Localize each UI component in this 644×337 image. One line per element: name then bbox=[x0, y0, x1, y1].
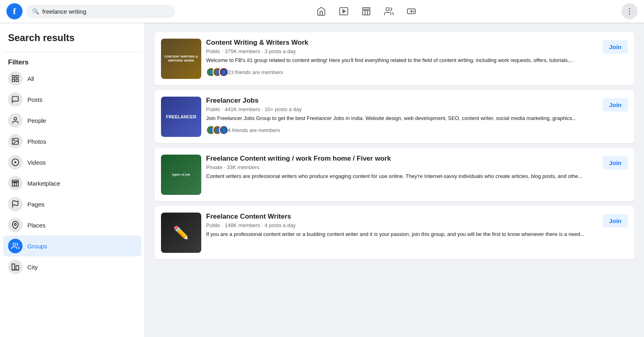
result-card: FREELANCER Freelancer Jobs Public · 441K… bbox=[155, 90, 634, 143]
sidebar-item-groups[interactable]: Groups bbox=[3, 236, 141, 256]
thumb-label: FREELANCER bbox=[164, 112, 198, 121]
location-icon bbox=[11, 221, 19, 229]
group-meta: Public · 375K members · 3 posts a day bbox=[206, 48, 598, 54]
card-body: Freelancer Jobs Public · 441K members · … bbox=[206, 97, 598, 135]
thumb-emoji: ✏️ bbox=[173, 225, 189, 240]
friends-info: 👤 👤 👤 4 friends are members bbox=[206, 125, 598, 135]
svg-rect-20 bbox=[12, 264, 15, 270]
group-description: Welcome to FB's #1 group related to cont… bbox=[206, 57, 598, 64]
svg-point-12 bbox=[14, 118, 17, 120]
friends-count: 23 friends are members bbox=[228, 69, 283, 75]
friend-avatars: 👤 👤 👤 bbox=[206, 125, 225, 135]
video-icon bbox=[339, 6, 349, 16]
result-card: ✏️ Freelance Content Writers Public · 14… bbox=[155, 206, 634, 259]
sidebar-people-label: People bbox=[27, 117, 46, 124]
sidebar-divider bbox=[3, 52, 141, 52]
more-options-button[interactable]: ⋮ bbox=[621, 3, 638, 19]
groups-filter-icon bbox=[8, 239, 23, 253]
group-description: If you are a professional content writer… bbox=[206, 231, 598, 238]
group-thumbnail: ✏️ bbox=[161, 213, 201, 253]
sidebar-item-people[interactable]: People bbox=[3, 110, 141, 131]
svg-rect-10 bbox=[12, 79, 15, 82]
result-card: CONTENT WRITING & WRITERS WORK Content W… bbox=[155, 32, 634, 85]
group-thumbnail: FREELANCER bbox=[161, 97, 201, 137]
video-nav-button[interactable] bbox=[334, 2, 353, 21]
gaming-nav-button[interactable] bbox=[402, 2, 421, 21]
thumb-label: types of job bbox=[171, 171, 192, 178]
svg-point-18 bbox=[14, 223, 17, 225]
gaming-icon bbox=[407, 6, 416, 16]
flag-icon bbox=[11, 200, 19, 208]
sidebar-videos-label: Videos bbox=[27, 159, 46, 166]
home-icon bbox=[316, 6, 326, 16]
friends-info: 👤 👤 👤 23 friends are members bbox=[206, 67, 598, 77]
sidebar-pages-label: Pages bbox=[27, 201, 45, 208]
sidebar-item-places[interactable]: Places bbox=[3, 215, 141, 236]
image-icon bbox=[11, 137, 19, 145]
sidebar: Search results Filters All Posts bbox=[0, 23, 145, 337]
svg-marker-16 bbox=[14, 161, 17, 164]
building-icon bbox=[11, 263, 19, 271]
svg-marker-1 bbox=[343, 10, 345, 13]
card-actions: Join bbox=[603, 155, 628, 170]
group-name: Freelance Content writing / work From ho… bbox=[206, 155, 598, 163]
top-navigation: f 🔍 bbox=[0, 0, 644, 23]
svg-rect-8 bbox=[12, 76, 15, 78]
person-icon bbox=[11, 116, 19, 124]
group-name: Freelancer Jobs bbox=[206, 97, 598, 105]
places-icon bbox=[8, 218, 23, 232]
store-icon bbox=[361, 6, 371, 16]
thumb-label: CONTENT WRITING & WRITERS WORK bbox=[161, 53, 201, 65]
join-button[interactable]: Join bbox=[603, 156, 628, 170]
group-name: Freelance Content Writers bbox=[206, 213, 598, 221]
grid-icon bbox=[11, 74, 19, 83]
friend-avatars: 👤 👤 👤 bbox=[206, 67, 225, 77]
sidebar-item-pages[interactable]: Pages bbox=[3, 194, 141, 215]
svg-point-2 bbox=[386, 8, 389, 11]
card-body: Freelance Content Writers Public · 148K … bbox=[206, 213, 598, 241]
sidebar-item-all[interactable]: All bbox=[3, 68, 141, 89]
groups-nav-button[interactable] bbox=[379, 2, 398, 21]
join-button[interactable]: Join bbox=[603, 98, 628, 112]
card-actions: Join bbox=[603, 213, 628, 227]
svg-point-6 bbox=[414, 11, 414, 11]
nav-left: f 🔍 bbox=[6, 3, 175, 19]
sidebar-item-marketplace[interactable]: Marketplace bbox=[3, 173, 141, 194]
group-meta: Public · 441K members · 10+ posts a day bbox=[206, 106, 598, 112]
group-description: Content writers are professional writers… bbox=[206, 173, 598, 180]
card-body: Freelance Content writing / work From ho… bbox=[206, 155, 598, 183]
svg-point-19 bbox=[13, 243, 16, 246]
video-play-icon bbox=[11, 158, 19, 166]
svg-rect-11 bbox=[16, 79, 19, 82]
sidebar-item-photos[interactable]: Photos bbox=[3, 131, 141, 152]
marketplace-icon bbox=[8, 176, 23, 190]
sidebar-item-city[interactable]: City bbox=[3, 256, 141, 277]
videos-icon bbox=[8, 155, 23, 170]
sidebar-item-videos[interactable]: Videos bbox=[3, 152, 141, 173]
home-nav-button[interactable] bbox=[312, 2, 331, 21]
sidebar-city-label: City bbox=[27, 264, 38, 271]
sidebar-all-label: All bbox=[27, 75, 34, 82]
store-nav-button[interactable] bbox=[357, 2, 376, 21]
nav-center bbox=[175, 2, 557, 21]
facebook-logo[interactable]: f bbox=[6, 3, 23, 19]
page-layout: Search results Filters All Posts bbox=[0, 23, 644, 337]
facebook-f-icon: f bbox=[13, 6, 16, 17]
join-button[interactable]: Join bbox=[603, 214, 628, 227]
sidebar-title: Search results bbox=[3, 29, 141, 48]
svg-point-14 bbox=[14, 140, 15, 141]
group-meta: Public · 148K members · 4 posts a day bbox=[206, 222, 598, 228]
card-body: Content Writing & Writers Work Public · … bbox=[206, 39, 598, 77]
group-thumbnail: CONTENT WRITING & WRITERS WORK bbox=[161, 39, 201, 79]
sidebar-groups-label: Groups bbox=[27, 243, 47, 250]
sidebar-item-posts[interactable]: Posts bbox=[3, 89, 141, 110]
search-input[interactable] bbox=[42, 8, 123, 15]
chat-icon bbox=[11, 95, 19, 103]
svg-rect-9 bbox=[16, 76, 19, 78]
card-actions: Join bbox=[603, 39, 628, 54]
pages-icon bbox=[8, 197, 23, 211]
friends-count: 4 friends are members bbox=[228, 127, 280, 133]
filters-label: Filters bbox=[3, 55, 141, 68]
join-button[interactable]: Join bbox=[603, 40, 628, 54]
result-card: types of job Freelance Content writing /… bbox=[155, 148, 634, 201]
